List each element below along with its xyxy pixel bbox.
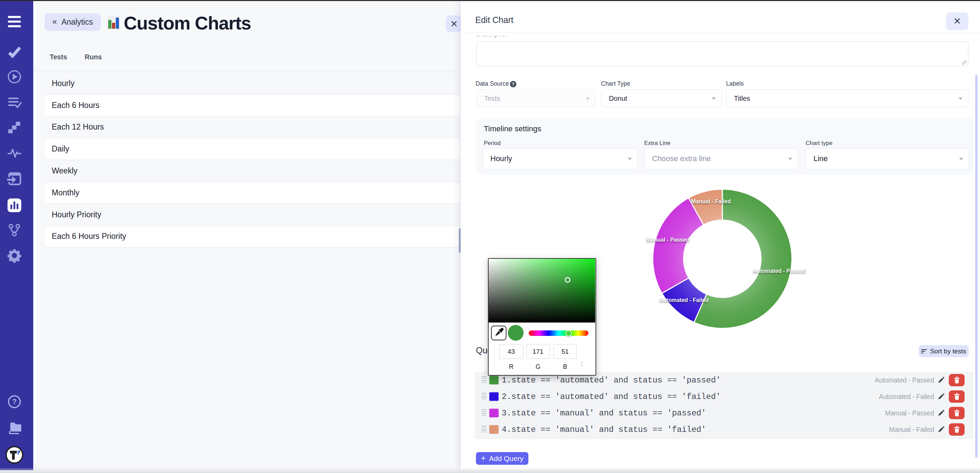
svg-text:?: ? xyxy=(12,397,16,406)
